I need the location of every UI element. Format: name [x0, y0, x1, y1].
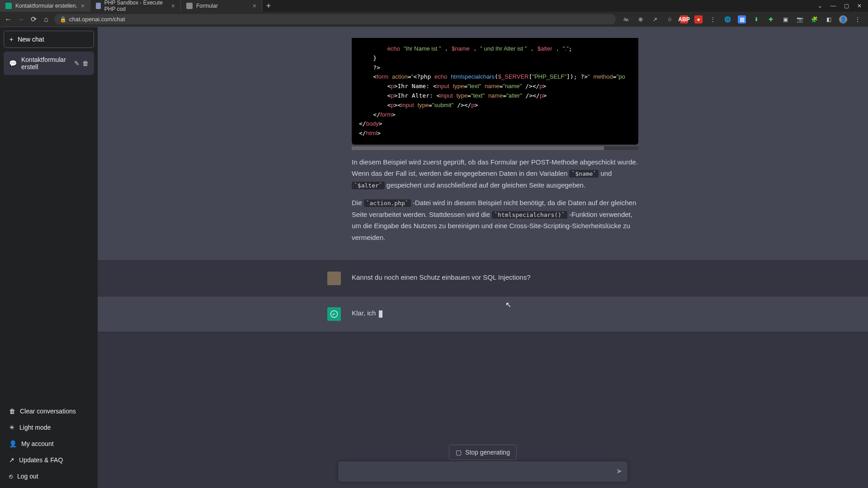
label: Updates & FAQ	[19, 456, 63, 464]
browser-toolbar: ← → ⟳ ⌂ 🔒 chat.openai.com/chat 🗛 ⊕ ↗ ☆ A…	[0, 12, 868, 27]
chat-input[interactable]: ➤	[338, 461, 627, 482]
forward-icon[interactable]: →	[16, 15, 25, 24]
conversation-title: Kontaktformular erstell	[21, 56, 70, 70]
link-icon: ↗	[9, 456, 14, 464]
back-icon[interactable]: ←	[4, 15, 13, 24]
label: Log out	[17, 473, 38, 480]
edit-icon[interactable]: ✎	[74, 60, 80, 67]
chat-input-wrap: ➤	[338, 461, 627, 482]
sun-icon: ☀	[9, 424, 15, 431]
chevron-down-icon[interactable]: ⌄	[818, 3, 822, 9]
new-chat-button[interactable]: + New chat	[4, 31, 94, 48]
puzzle-icon[interactable]: 🧩	[810, 15, 818, 23]
translate-icon[interactable]: 🗛	[622, 15, 630, 23]
browser-titlebar: Kontaktformular erstellen. × PHP Sandbox…	[0, 0, 868, 12]
chat-main: echo "Ihr Name ist " . $name . " und Ihr…	[98, 27, 868, 488]
code-horizontal-scrollbar[interactable]	[352, 146, 638, 150]
conversation-item[interactable]: 💬 Kontaktformular erstell ✎ 🗑	[4, 52, 94, 75]
inline-code: `$alter`	[352, 182, 385, 189]
sidebar-bottom: 🗑 Clear conversations ☀ Light mode 👤 My …	[4, 403, 94, 484]
assistant-message-streaming: Klar, ich	[98, 296, 868, 332]
chatgpt-app: + New chat 💬 Kontaktformular erstell ✎ 🗑…	[0, 27, 868, 488]
maximize-icon[interactable]: ▢	[844, 3, 849, 9]
stop-label: Stop generating	[465, 449, 510, 456]
tab-favicon-icon	[96, 3, 101, 9]
ai-avatar-icon	[327, 307, 341, 321]
logout-icon: ⎋	[9, 473, 13, 480]
plus-icon: +	[9, 36, 13, 43]
stop-icon: ▢	[456, 449, 462, 456]
clear-conversations-button[interactable]: 🗑 Clear conversations	[4, 403, 94, 419]
messages-scroll[interactable]: echo "Ihr Name ist " . $name . " und Ihr…	[98, 27, 868, 488]
stop-generating-button[interactable]: ▢ Stop generating	[449, 445, 517, 460]
extension-icon[interactable]: ⬇	[752, 15, 760, 23]
code-block[interactable]: echo "Ihr Name ist " . $name . " und Ihr…	[352, 38, 638, 145]
extension-icons: 🗛 ⊕ ↗ ☆ ABP ● ⋮ 🌐 ▦ ⬇ ✚ ▣ 📷 🧩 ◧ 👤 ⋮	[619, 15, 864, 23]
window-controls: ⌄ — ▢ ✕	[811, 0, 868, 12]
updates-faq-button[interactable]: ↗ Updates & FAQ	[4, 452, 94, 468]
label: My account	[21, 440, 54, 447]
browser-tab-1[interactable]: PHP Sandbox - Execute PHP cod ×	[90, 0, 181, 12]
inline-code: `$name`	[569, 170, 599, 178]
my-account-button[interactable]: 👤 My account	[4, 436, 94, 452]
zoom-icon[interactable]: ⊕	[637, 15, 645, 23]
trash-icon: 🗑	[9, 408, 15, 415]
light-mode-button[interactable]: ☀ Light mode	[4, 419, 94, 436]
tab-title: Kontaktformular erstellen.	[15, 3, 77, 9]
share-icon[interactable]: ↗	[651, 15, 659, 23]
star-icon[interactable]: ☆	[665, 15, 674, 23]
assistant-paragraph: Die `action.php` -Datei wird in diesem B…	[352, 197, 638, 243]
url-text: chat.openai.com/chat	[69, 16, 125, 23]
user-icon: 👤	[9, 440, 17, 447]
tab-favicon-icon	[5, 3, 12, 9]
ublock-extension-icon[interactable]: ●	[694, 15, 703, 23]
chat-icon: 💬	[9, 60, 17, 67]
home-icon[interactable]: ⌂	[42, 15, 51, 24]
tab-title: PHP Sandbox - Execute PHP cod	[104, 0, 168, 12]
chat-textarea[interactable]	[344, 467, 609, 474]
sidepanel-icon[interactable]: ◧	[825, 15, 833, 23]
user-avatar-icon	[327, 272, 341, 285]
assistant-content: Klar, ich	[352, 307, 638, 321]
send-icon[interactable]: ➤	[616, 467, 622, 475]
new-chat-label: New chat	[18, 36, 44, 43]
assistant-paragraph: In diesem Beispiel wird zuerst geprüft, …	[352, 156, 638, 191]
extension-icon[interactable]: ⋮	[709, 15, 717, 23]
browser-tab-2[interactable]: Formular ×	[181, 0, 262, 12]
browser-tab-0[interactable]: Kontaktformular erstellen. ×	[0, 0, 90, 12]
tab-title: Formular	[196, 3, 218, 9]
label: Light mode	[19, 424, 51, 431]
sidebar: + New chat 💬 Kontaktformular erstell ✎ 🗑…	[0, 27, 98, 488]
inline-code: `action.php`	[364, 199, 411, 207]
extension-icon[interactable]: ✚	[767, 15, 775, 23]
abp-extension-icon[interactable]: ABP	[680, 15, 688, 23]
lock-icon: 🔒	[60, 16, 66, 23]
extension-icon[interactable]: ▣	[781, 15, 789, 23]
assistant-content: echo "Ihr Name ist " . $name . " und Ihr…	[352, 38, 638, 249]
menu-icon[interactable]: ⋮	[854, 15, 862, 23]
logout-button[interactable]: ⎋ Log out	[4, 468, 94, 484]
new-tab-button[interactable]: +	[262, 0, 275, 12]
minimize-icon[interactable]: —	[830, 3, 836, 9]
reload-icon[interactable]: ⟳	[29, 15, 38, 24]
tab-favicon-icon	[186, 3, 193, 9]
tab-close-icon[interactable]: ×	[253, 2, 256, 9]
close-window-icon[interactable]: ✕	[857, 3, 862, 9]
profile-avatar-icon[interactable]: 👤	[839, 15, 847, 23]
label: Clear conversations	[20, 408, 76, 415]
tab-close-icon[interactable]: ×	[171, 2, 175, 9]
globe-icon[interactable]: 🌐	[723, 15, 731, 23]
browser-tabs: Kontaktformular erstellen. × PHP Sandbox…	[0, 0, 811, 12]
tab-close-icon[interactable]: ×	[81, 2, 85, 9]
extension-icon[interactable]: ▦	[738, 15, 746, 23]
trash-icon[interactable]: 🗑	[82, 60, 89, 67]
typing-cursor-icon	[379, 310, 382, 318]
inline-code: `htmlspecialchars()`	[492, 211, 567, 219]
address-bar[interactable]: 🔒 chat.openai.com/chat	[54, 14, 616, 24]
assistant-message: echo "Ihr Name ist " . $name . " und Ihr…	[98, 27, 868, 261]
user-message: Kannst du noch einen Schutz einbauen vor…	[98, 261, 868, 296]
camera-icon[interactable]: 📷	[796, 15, 804, 23]
user-content: Kannst du noch einen Schutz einbauen vor…	[352, 272, 638, 285]
